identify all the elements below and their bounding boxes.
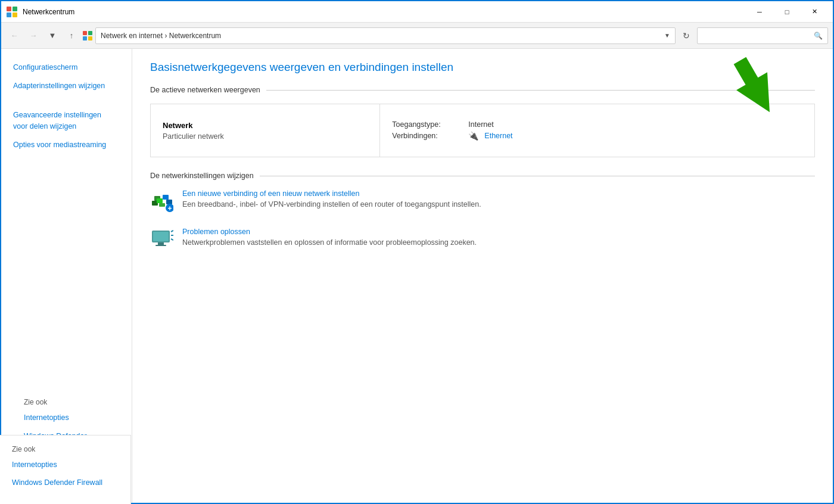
access-type-value: Internet — [468, 120, 493, 129]
access-type-label: Toegangstype: — [392, 120, 463, 129]
recent-locations-button[interactable]: ▼ — [44, 27, 61, 44]
app-icon — [6, 6, 18, 18]
sidebar-internetopties[interactable]: Internetopties — [0, 456, 130, 474]
sidebar-item-adapterinstellingen[interactable]: Adapterinstellingen wijzigen — [1, 77, 132, 95]
svg-line-16 — [171, 239, 173, 240]
sidebar-firewall[interactable]: Windows Defender Firewall — [0, 474, 130, 492]
svg-rect-13 — [155, 245, 166, 246]
new-connection-desc: Een breedband-, inbel- of VPN-verbinding… — [182, 200, 481, 209]
svg-line-14 — [171, 231, 173, 232]
troubleshoot-item: Problemen oplossen Netwerkproblemen vast… — [150, 228, 815, 251]
network-right: Toegangstype: Internet Verbindingen: 🔌 E… — [380, 104, 814, 157]
settings-header-text: De netwerkinstellingen wijzigen — [150, 172, 254, 180]
back-button[interactable]: ← — [6, 27, 23, 44]
sidebar-item-internetopties[interactable]: Internetopties — [12, 409, 119, 427]
ethernet-link[interactable]: Ethernet — [484, 132, 512, 140]
svg-text:+: + — [168, 204, 172, 213]
active-networks-text: De actieve netwerken weergeven — [150, 86, 260, 94]
active-networks-header: De actieve netwerken weergeven — [150, 86, 815, 94]
access-type-row: Toegangstype: Internet — [392, 120, 802, 129]
new-connection-link[interactable]: Een nieuwe verbinding of een nieuw netwe… — [182, 189, 481, 198]
forward-button[interactable]: → — [25, 27, 42, 44]
new-connection-icon: + — [151, 190, 173, 213]
troubleshoot-icon-box — [150, 228, 174, 251]
network-name: Netwerk — [163, 121, 368, 130]
settings-divider — [260, 176, 815, 176]
minimize-button[interactable]: ─ — [746, 1, 773, 23]
ethernet-icon: 🔌 — [468, 131, 478, 141]
sidebar-item-mediastreaming[interactable]: Opties voor mediastreaming — [1, 136, 132, 154]
settings-header: De netwerkinstellingen wijzigen — [150, 172, 815, 180]
new-connection-text: Een nieuwe verbinding of een nieuw netwe… — [182, 189, 481, 209]
see-also-label: Zie ook — [0, 435, 130, 456]
troubleshoot-text: Problemen oplossen Netwerkproblemen vast… — [182, 228, 477, 247]
close-button[interactable]: ✕ — [801, 1, 828, 23]
sidebar-bottom: Zie ook Internetopties Windows Defender … — [0, 435, 131, 505]
sidebar-item-geavanceerde[interactable]: Geavanceerde instellingenvoor delen wijz… — [1, 95, 132, 136]
troubleshoot-icon — [151, 228, 173, 251]
troubleshoot-desc: Netwerkproblemen vaststellen en oplossen… — [182, 238, 477, 247]
address-bar: ← → ▼ ↑ Netwerk en internet › Netwerkcen… — [1, 23, 833, 49]
window-title: Netwerkcentrum — [23, 8, 746, 16]
search-bar[interactable]: 🔍 — [697, 27, 828, 44]
connections-label: Verbindingen: — [392, 132, 463, 140]
path-icon — [82, 30, 93, 41]
content-area: Basisnetwerkgegevens weergeven en verbin… — [132, 49, 833, 504]
window-controls: ─ □ ✕ — [746, 1, 828, 23]
see-also-title: Zie ook — [12, 388, 119, 409]
troubleshoot-link[interactable]: Problemen oplossen — [182, 228, 477, 236]
svg-rect-6 — [163, 195, 169, 200]
maximize-button[interactable]: □ — [773, 1, 801, 23]
svg-rect-11 — [153, 232, 169, 241]
new-connection-item: + Een nieuwe verbinding of een nieuw net… — [150, 189, 815, 213]
new-connection-icon-box: + — [150, 189, 174, 213]
connections-row: Verbindingen: 🔌 Ethernet — [392, 131, 802, 141]
section-divider — [266, 90, 815, 91]
svg-rect-4 — [159, 203, 165, 207]
path-text: Netwerk en internet › Netwerkcentrum — [101, 32, 662, 40]
svg-rect-5 — [157, 198, 163, 203]
network-type: Particulier netwerk — [163, 132, 368, 141]
network-card: Netwerk Particulier netwerk Toegangstype… — [150, 104, 815, 157]
page-title: Basisnetwerkgegevens weergeven en verbin… — [150, 61, 815, 74]
network-left: Netwerk Particulier netwerk — [151, 104, 380, 157]
up-button[interactable]: ↑ — [63, 27, 80, 44]
sidebar-item-configuratiescherm[interactable]: Configuratiescherm — [1, 58, 132, 77]
refresh-button[interactable]: ↻ — [678, 27, 695, 44]
address-path[interactable]: Netwerk en internet › Netwerkcentrum ▼ — [95, 27, 676, 44]
search-input[interactable] — [702, 32, 814, 40]
svg-rect-12 — [158, 242, 164, 245]
path-dropdown-icon: ▼ — [664, 32, 670, 39]
search-icon: 🔍 — [814, 32, 823, 40]
title-bar: Netwerkcentrum ─ □ ✕ — [1, 1, 833, 23]
